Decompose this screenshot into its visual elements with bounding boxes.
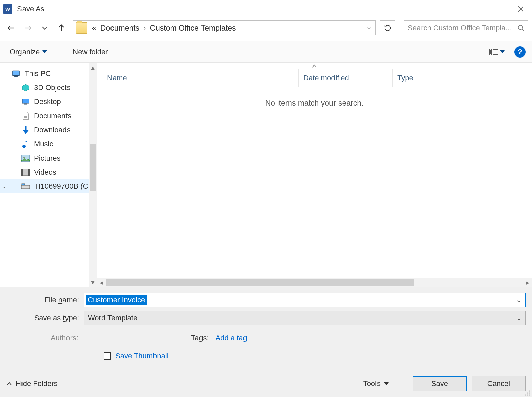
tree-item-label: Videos bbox=[34, 168, 56, 177]
file-list-hscroll[interactable]: ◂ ▸ bbox=[97, 278, 532, 287]
address-prefix: « bbox=[90, 24, 98, 33]
tags-add[interactable]: Add a tag bbox=[216, 334, 247, 342]
tree-item-pictures[interactable]: Pictures bbox=[0, 151, 97, 165]
tags-label: Tags: bbox=[191, 334, 209, 342]
column-type[interactable]: Type bbox=[393, 69, 532, 87]
organize-button[interactable]: Organize bbox=[6, 46, 50, 58]
up-button[interactable] bbox=[54, 20, 69, 35]
breadcrumb-documents[interactable]: Documents bbox=[98, 24, 141, 33]
tools-label: Tools bbox=[363, 379, 381, 388]
scroll-thumb[interactable] bbox=[106, 279, 414, 286]
column-date[interactable]: Date modified bbox=[299, 69, 393, 87]
svg-rect-30 bbox=[22, 184, 25, 185]
svg-point-23 bbox=[23, 145, 25, 148]
hide-folders-button[interactable]: Hide Folders bbox=[6, 379, 58, 388]
recent-dropdown[interactable] bbox=[37, 20, 52, 35]
column-name[interactable]: Name bbox=[97, 69, 299, 87]
svg-rect-11 bbox=[490, 54, 492, 55]
forward-button[interactable] bbox=[20, 20, 35, 35]
save-button[interactable]: Save bbox=[413, 376, 467, 391]
svg-point-34 bbox=[529, 395, 530, 396]
resize-grip[interactable] bbox=[524, 389, 530, 395]
tree-item-documents[interactable]: Documents bbox=[0, 109, 97, 123]
chevron-down-icon[interactable]: ⌄ bbox=[2, 184, 6, 189]
scroll-right-icon[interactable]: ▸ bbox=[523, 278, 532, 287]
new-folder-button[interactable]: New folder bbox=[69, 46, 111, 58]
filename-value: Customer Invoice bbox=[86, 295, 147, 305]
organize-label: Organize bbox=[10, 48, 40, 56]
file-list: Name Date modified Type No items match y… bbox=[97, 63, 532, 287]
svg-line-6 bbox=[522, 29, 524, 31]
back-button[interactable] bbox=[4, 20, 18, 35]
saveas-type-select[interactable]: Word Template ⌄ bbox=[84, 311, 526, 325]
tree-item-3d-objects[interactable]: 3D Objects bbox=[0, 81, 97, 95]
details-view-icon bbox=[489, 48, 498, 56]
svg-rect-17 bbox=[24, 104, 27, 104]
tree-item-label: Downloads bbox=[34, 126, 71, 134]
tree-item-label: 3D Objects bbox=[34, 83, 71, 92]
scroll-left-icon[interactable]: ◂ bbox=[97, 278, 106, 287]
tree-item-videos[interactable]: Videos bbox=[0, 165, 97, 179]
close-button[interactable] bbox=[512, 2, 529, 16]
filename-label: File name: bbox=[6, 296, 84, 304]
svg-point-25 bbox=[23, 157, 25, 158]
nav-bar: « Documents › Custom Office Templates Se… bbox=[0, 18, 532, 41]
tools-button[interactable]: Tools bbox=[358, 377, 394, 390]
chevron-down-icon[interactable]: ⌄ bbox=[516, 296, 522, 304]
scroll-thumb[interactable] bbox=[90, 144, 96, 191]
arrow-up-icon bbox=[57, 23, 66, 33]
filename-input[interactable]: Customer Invoice ⌄ bbox=[84, 293, 526, 307]
grip-icon bbox=[524, 390, 530, 396]
tree-item-label: Desktop bbox=[34, 97, 61, 106]
svg-point-36 bbox=[525, 395, 526, 396]
tree-item-label: Music bbox=[34, 140, 53, 148]
cancel-button[interactable]: Cancel bbox=[472, 376, 526, 391]
tree-item-drive-c[interactable]: ⌄ TI10699700B (C:) bbox=[0, 179, 97, 193]
chevron-down-icon bbox=[42, 50, 47, 53]
desktop-icon bbox=[21, 97, 30, 106]
svg-rect-27 bbox=[21, 169, 23, 176]
arrow-right-icon bbox=[23, 23, 33, 33]
drive-icon bbox=[21, 182, 30, 191]
folder-tree[interactable]: This PC 3D Objects Desktop Documents Dow… bbox=[0, 63, 97, 287]
chevron-up-icon bbox=[6, 381, 12, 386]
svg-rect-29 bbox=[21, 185, 30, 189]
collapse-header[interactable] bbox=[97, 63, 532, 69]
address-dropdown[interactable] bbox=[362, 21, 375, 35]
titlebar: W Save As bbox=[0, 0, 532, 18]
search-input[interactable]: Search Custom Office Templa... bbox=[404, 20, 528, 35]
scroll-up-icon[interactable]: ▴ bbox=[89, 63, 97, 72]
search-icon bbox=[517, 24, 525, 32]
empty-message: No items match your search. bbox=[97, 87, 532, 278]
save-thumbnail-label[interactable]: Save Thumbnail bbox=[115, 352, 169, 360]
svg-rect-7 bbox=[490, 49, 492, 50]
folder-icon bbox=[76, 22, 87, 34]
new-folder-label: New folder bbox=[73, 48, 108, 56]
breadcrumb-templates[interactable]: Custom Office Templates bbox=[148, 24, 238, 33]
tree-item-music[interactable]: Music bbox=[0, 137, 97, 151]
pictures-icon bbox=[21, 154, 30, 163]
svg-point-32 bbox=[529, 393, 530, 394]
saveas-value: Word Template bbox=[88, 314, 137, 322]
help-button[interactable]: ? bbox=[514, 46, 526, 58]
tree-item-this-pc[interactable]: This PC bbox=[0, 67, 97, 81]
address-bar[interactable]: « Documents › Custom Office Templates bbox=[73, 20, 376, 35]
tree-item-downloads[interactable]: Downloads bbox=[0, 123, 97, 137]
svg-marker-22 bbox=[23, 130, 28, 134]
videos-icon bbox=[21, 168, 30, 177]
chevron-up-icon bbox=[311, 64, 318, 68]
refresh-button[interactable] bbox=[380, 20, 395, 35]
tree-item-desktop[interactable]: Desktop bbox=[0, 95, 97, 109]
document-icon bbox=[21, 112, 30, 120]
view-options-button[interactable] bbox=[487, 46, 507, 58]
svg-point-33 bbox=[527, 393, 528, 394]
tree-scrollbar[interactable]: ▴ ▾ bbox=[89, 63, 97, 287]
file-list-header: Name Date modified Type bbox=[97, 69, 532, 87]
scroll-down-icon[interactable]: ▾ bbox=[89, 278, 97, 287]
save-thumbnail-checkbox[interactable] bbox=[104, 352, 111, 360]
svg-rect-14 bbox=[15, 76, 18, 77]
search-placeholder: Search Custom Office Templa... bbox=[408, 24, 517, 32]
svg-rect-28 bbox=[28, 169, 30, 176]
close-icon bbox=[517, 5, 524, 13]
svg-rect-9 bbox=[490, 51, 492, 53]
